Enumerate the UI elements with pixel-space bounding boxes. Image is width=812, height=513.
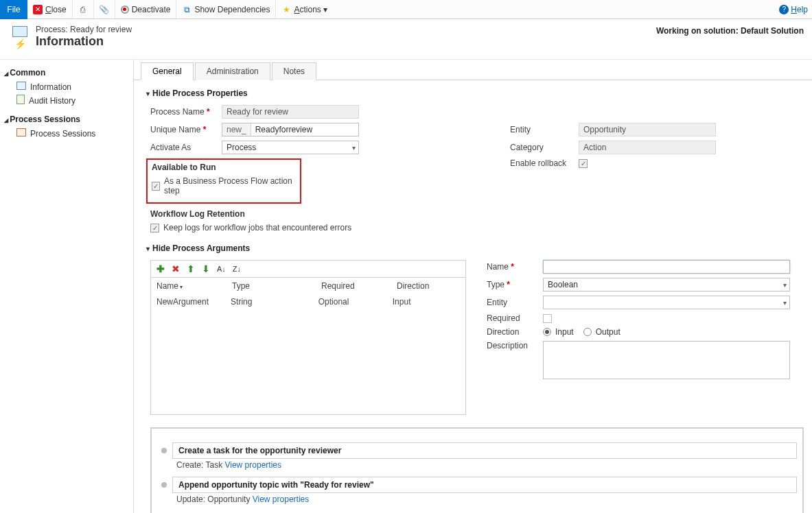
activate-as-select[interactable]: Process (222, 141, 359, 154)
workflow-log-retention-heading: Workflow Log Retention (150, 209, 359, 219)
bpf-action-step-checkbox[interactable] (152, 182, 160, 191)
actions-label: Actions ▾ (294, 5, 327, 14)
arg-name-label: Name (487, 262, 543, 272)
save-as-icon (78, 5, 88, 14)
entity-field: Opportunity (579, 123, 716, 136)
arg-col-type[interactable]: Type (232, 281, 321, 291)
chevron-down-icon (352, 143, 356, 152)
sidebar-group-common[interactable]: Common (4, 68, 128, 77)
section-process-properties-toggle[interactable]: Hide Process Properties (146, 88, 804, 98)
category-field: Action (579, 141, 716, 154)
arg-required-checkbox[interactable] (543, 314, 552, 323)
arg-col-name[interactable]: Name (156, 281, 232, 291)
move-down-button[interactable]: ⬇ (202, 263, 210, 274)
arg-col-direction[interactable]: Direction (397, 281, 465, 291)
sidebar-item-label: Process Sessions (30, 129, 95, 139)
activate-as-value: Process (227, 143, 256, 152)
arg-description-label: Description (487, 341, 543, 350)
arg-required-label: Required (487, 313, 543, 323)
information-icon (16, 82, 26, 92)
arguments-row[interactable]: NewArgument String Optional Input (151, 293, 465, 311)
available-to-run-heading: Available to Run (152, 163, 296, 172)
step-1-detail-prefix: Create: Task (176, 460, 224, 470)
step-2-title[interactable]: Append opportunity topic with "Ready for… (172, 477, 797, 493)
direction-output-radio[interactable] (583, 328, 592, 336)
sort-asc-button[interactable]: A↓ (217, 265, 226, 273)
help-icon: ? (779, 5, 789, 14)
direction-input-label: Input (555, 327, 574, 337)
entity-label: Entity (510, 125, 579, 134)
unique-name-prefix: new_ (222, 123, 251, 136)
solution-context: Working on solution: Default Solution (656, 25, 805, 36)
enable-rollback-checkbox[interactable] (579, 159, 588, 168)
bpf-action-step-label: As a Business Process Flow action step (164, 176, 296, 195)
add-argument-button[interactable]: ✚ (156, 263, 165, 274)
close-button[interactable]: ✕ Close (27, 0, 73, 19)
category-label: Category (510, 143, 579, 152)
sidebar-item-process-sessions[interactable]: Process Sessions (3, 127, 128, 140)
tab-notes[interactable]: Notes (272, 62, 316, 80)
sidebar-item-information[interactable]: Information (3, 80, 128, 93)
section-process-arguments-toggle[interactable]: Hide Process Arguments (146, 243, 804, 253)
step-bullet-icon (161, 482, 167, 488)
deactivate-icon (121, 5, 129, 14)
unique-name-value[interactable]: Readyforreview (251, 123, 358, 136)
star-icon (281, 5, 291, 14)
step-2-detail-prefix: Update: Opportunity (176, 494, 253, 504)
paperclip-icon (100, 5, 109, 14)
process-icon (11, 25, 29, 49)
arg-description-textarea[interactable] (543, 341, 790, 379)
arg-row-direction: Input (393, 297, 460, 307)
deactivate-label: Deactivate (132, 5, 171, 14)
unique-name-field[interactable]: new_ Readyforreview (222, 123, 359, 136)
direction-input-radio[interactable] (543, 328, 551, 336)
sidebar-item-audit-history[interactable]: Audit History (3, 93, 128, 108)
close-icon: ✕ (33, 5, 43, 14)
arg-col-required[interactable]: Required (321, 281, 397, 291)
arg-row-required: Optional (318, 297, 393, 307)
sessions-icon (16, 128, 26, 139)
enable-rollback-label: Enable rollback (510, 158, 579, 168)
help-label: Help (791, 5, 808, 14)
tab-general[interactable]: General (141, 62, 194, 80)
help-link[interactable]: ? Help (779, 5, 812, 14)
actions-menu[interactable]: Actions ▾ (276, 0, 333, 19)
deactivate-button[interactable]: Deactivate (115, 0, 177, 19)
keep-logs-checkbox[interactable] (150, 224, 159, 232)
step-2-view-properties-link[interactable]: View properties (253, 494, 310, 504)
close-label: Close (45, 5, 67, 14)
sidebar-item-label: Information (30, 82, 71, 92)
arg-name-input[interactable] (543, 260, 790, 274)
workflow-steps-container: Create a task for the opportunity review… (150, 427, 804, 513)
attach-button[interactable] (94, 0, 115, 19)
move-up-button[interactable]: ⬆ (187, 263, 195, 274)
step-1-title[interactable]: Create a task for the opportunity review… (172, 442, 797, 459)
tab-administration[interactable]: Administration (195, 62, 270, 80)
step-bullet-icon (161, 448, 167, 453)
arg-type-select[interactable]: Boolean (543, 278, 790, 291)
step-1-view-properties-link[interactable]: View properties (224, 460, 281, 470)
arg-type-value: Boolean (548, 280, 578, 289)
direction-output-label: Output (596, 327, 620, 337)
process-name-field: Ready for review (222, 105, 359, 119)
activate-as-label: Activate As (150, 143, 222, 152)
chevron-down-icon (783, 280, 787, 289)
delete-argument-button[interactable]: ✖ (172, 263, 180, 274)
arg-entity-select[interactable] (543, 296, 790, 309)
save-as-button[interactable] (73, 0, 94, 19)
unique-name-label: Unique Name (150, 125, 222, 134)
arguments-toolbar: ✚ ✖ ⬆ ⬇ A↓ Z↓ (150, 260, 466, 278)
page-title: Information (36, 34, 132, 49)
arg-entity-label: Entity (487, 298, 543, 307)
show-dependencies-button[interactable]: Show Dependencies (176, 0, 276, 19)
available-to-run-highlight: Available to Run As a Business Process F… (146, 158, 301, 204)
arg-direction-label: Direction (487, 327, 543, 337)
sort-desc-button[interactable]: Z↓ (233, 265, 241, 273)
arg-type-label: Type (487, 280, 543, 289)
header-subtitle: Process: Ready for review (36, 25, 132, 34)
arg-row-name: NewArgument (156, 297, 231, 307)
sidebar-group-process-sessions[interactable]: Process Sessions (4, 115, 128, 124)
arguments-grid[interactable]: Name Type Required Direction NewArgument… (150, 278, 466, 415)
arg-row-type: String (231, 297, 318, 307)
file-menu[interactable]: File (0, 0, 27, 19)
